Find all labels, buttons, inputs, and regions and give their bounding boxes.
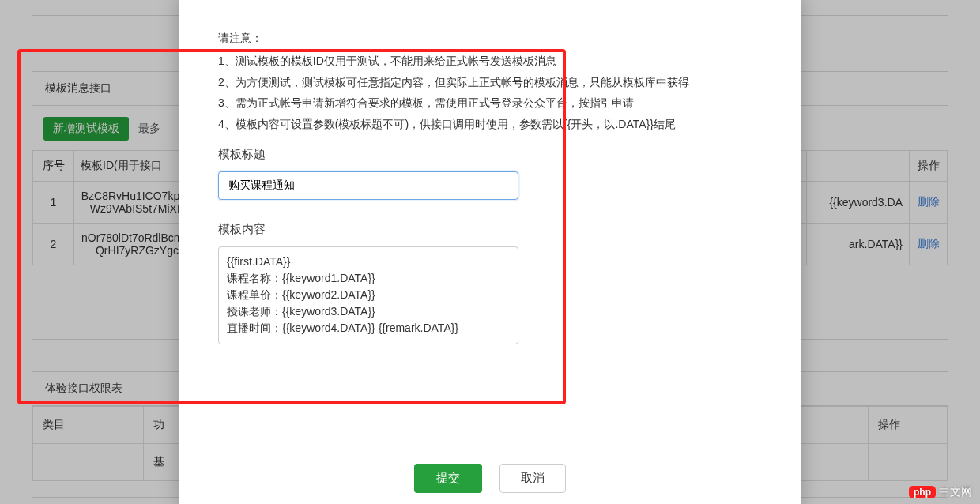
notice-item: 1、测试模板的模板ID仅用于测试，不能用来给正式帐号发送模板消息 [218,51,762,72]
template-content-label: 模板内容 [218,222,762,237]
notice-item: 2、为方便测试，测试模板可任意指定内容，但实际上正式帐号的模板消息，只能从模板库… [218,72,762,93]
submit-button[interactable]: 提交 [414,464,482,493]
notice-item: 4、模板内容可设置参数(模板标题不可)，供接口调用时使用，参数需以{{开头，以.… [218,114,762,135]
notice-label: 请注意： [218,32,762,46]
notice-list: 1、测试模板的模板ID仅用于测试，不能用来给正式帐号发送模板消息 2、为方便测试… [218,51,762,134]
modal-footer: 提交 取消 [179,464,801,493]
notice-item: 3、需为正式帐号申请新增符合要求的模板，需使用正式号登录公众平台，按指引申请 [218,92,762,114]
template-title-input[interactable] [218,171,518,200]
template-content-textarea[interactable] [218,246,518,344]
watermark-text: 中文网 [939,485,972,499]
cancel-button[interactable]: 取消 [499,464,566,493]
watermark: php 中文网 [909,485,972,499]
template-title-label: 模板标题 [218,147,762,162]
watermark-php-badge: php [909,486,936,498]
template-editor-modal: 请注意： 1、测试模板的模板ID仅用于测试，不能用来给正式帐号发送模板消息 2、… [179,0,801,504]
